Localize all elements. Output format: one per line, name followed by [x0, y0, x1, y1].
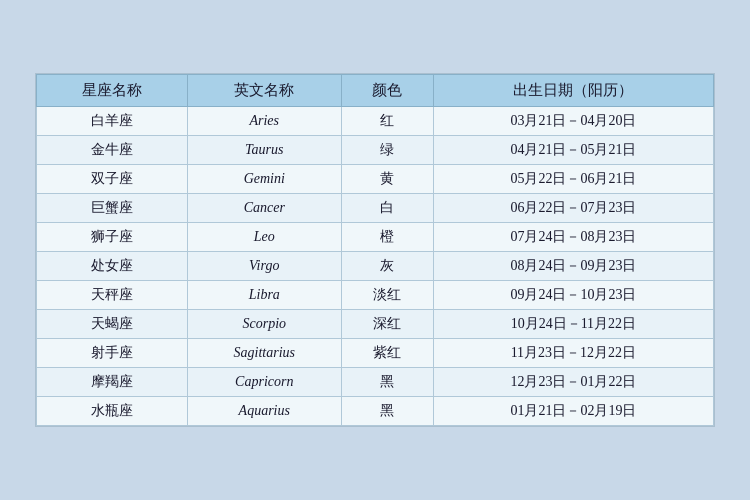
cell-chinese-name: 摩羯座 — [37, 368, 188, 397]
table-row: 水瓶座Aquarius黑01月21日－02月19日 — [37, 397, 714, 426]
cell-chinese-name: 射手座 — [37, 339, 188, 368]
cell-english-name: Cancer — [187, 194, 341, 223]
cell-color: 白 — [341, 194, 433, 223]
cell-color: 黄 — [341, 165, 433, 194]
table-row: 天秤座Libra淡红09月24日－10月23日 — [37, 281, 714, 310]
cell-chinese-name: 天蝎座 — [37, 310, 188, 339]
cell-color: 橙 — [341, 223, 433, 252]
table-row: 处女座Virgo灰08月24日－09月23日 — [37, 252, 714, 281]
cell-english-name: Capricorn — [187, 368, 341, 397]
cell-color: 绿 — [341, 136, 433, 165]
cell-dates: 08月24日－09月23日 — [433, 252, 713, 281]
cell-dates: 09月24日－10月23日 — [433, 281, 713, 310]
cell-color: 红 — [341, 107, 433, 136]
cell-english-name: Aries — [187, 107, 341, 136]
header-chinese-name: 星座名称 — [37, 75, 188, 107]
cell-dates: 04月21日－05月21日 — [433, 136, 713, 165]
cell-color: 深红 — [341, 310, 433, 339]
cell-english-name: Scorpio — [187, 310, 341, 339]
cell-color: 黑 — [341, 397, 433, 426]
cell-dates: 01月21日－02月19日 — [433, 397, 713, 426]
cell-dates: 03月21日－04月20日 — [433, 107, 713, 136]
table-row: 双子座Gemini黄05月22日－06月21日 — [37, 165, 714, 194]
zodiac-table-container: 星座名称 英文名称 颜色 出生日期（阳历） 白羊座Aries红03月21日－04… — [35, 73, 715, 427]
cell-english-name: Taurus — [187, 136, 341, 165]
cell-chinese-name: 水瓶座 — [37, 397, 188, 426]
cell-english-name: Leo — [187, 223, 341, 252]
table-row: 狮子座Leo橙07月24日－08月23日 — [37, 223, 714, 252]
cell-chinese-name: 白羊座 — [37, 107, 188, 136]
cell-color: 灰 — [341, 252, 433, 281]
cell-chinese-name: 双子座 — [37, 165, 188, 194]
cell-chinese-name: 金牛座 — [37, 136, 188, 165]
cell-english-name: Sagittarius — [187, 339, 341, 368]
zodiac-table: 星座名称 英文名称 颜色 出生日期（阳历） 白羊座Aries红03月21日－04… — [36, 74, 714, 426]
table-row: 金牛座Taurus绿04月21日－05月21日 — [37, 136, 714, 165]
cell-english-name: Gemini — [187, 165, 341, 194]
cell-dates: 06月22日－07月23日 — [433, 194, 713, 223]
cell-dates: 05月22日－06月21日 — [433, 165, 713, 194]
table-row: 射手座Sagittarius紫红11月23日－12月22日 — [37, 339, 714, 368]
cell-chinese-name: 处女座 — [37, 252, 188, 281]
cell-dates: 11月23日－12月22日 — [433, 339, 713, 368]
table-row: 天蝎座Scorpio深红10月24日－11月22日 — [37, 310, 714, 339]
cell-english-name: Aquarius — [187, 397, 341, 426]
table-header-row: 星座名称 英文名称 颜色 出生日期（阳历） — [37, 75, 714, 107]
cell-color: 淡红 — [341, 281, 433, 310]
table-row: 白羊座Aries红03月21日－04月20日 — [37, 107, 714, 136]
cell-color: 黑 — [341, 368, 433, 397]
cell-english-name: Libra — [187, 281, 341, 310]
table-row: 巨蟹座Cancer白06月22日－07月23日 — [37, 194, 714, 223]
table-body: 白羊座Aries红03月21日－04月20日金牛座Taurus绿04月21日－0… — [37, 107, 714, 426]
cell-dates: 12月23日－01月22日 — [433, 368, 713, 397]
header-color: 颜色 — [341, 75, 433, 107]
cell-chinese-name: 狮子座 — [37, 223, 188, 252]
header-dates: 出生日期（阳历） — [433, 75, 713, 107]
header-english-name: 英文名称 — [187, 75, 341, 107]
cell-color: 紫红 — [341, 339, 433, 368]
table-row: 摩羯座Capricorn黑12月23日－01月22日 — [37, 368, 714, 397]
cell-chinese-name: 天秤座 — [37, 281, 188, 310]
cell-dates: 07月24日－08月23日 — [433, 223, 713, 252]
cell-dates: 10月24日－11月22日 — [433, 310, 713, 339]
cell-english-name: Virgo — [187, 252, 341, 281]
cell-chinese-name: 巨蟹座 — [37, 194, 188, 223]
